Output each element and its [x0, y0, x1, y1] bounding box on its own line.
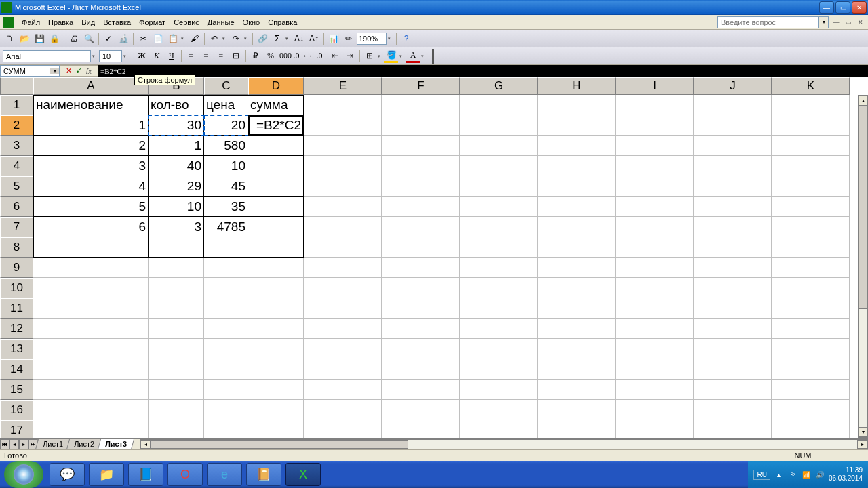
cell-D15[interactable]	[248, 380, 304, 400]
cell-J9[interactable]	[694, 258, 772, 278]
col-header-I[interactable]: I	[616, 77, 694, 95]
cell-D5[interactable]	[248, 176, 304, 197]
cell-F15[interactable]	[382, 380, 460, 400]
cell-K3[interactable]	[772, 136, 850, 156]
cell-C12[interactable]	[204, 319, 248, 339]
cell-D11[interactable]	[248, 298, 304, 319]
cell-J15[interactable]	[694, 380, 772, 400]
cell-F7[interactable]	[382, 217, 460, 237]
cell-F3[interactable]	[382, 136, 460, 156]
cell-J3[interactable]	[694, 136, 772, 156]
scroll-down-button[interactable]: ▾	[859, 427, 867, 437]
cell-J6[interactable]	[694, 197, 772, 217]
font-color-button[interactable]: A	[406, 49, 420, 63]
vscroll-track[interactable]	[859, 106, 867, 427]
cell-C16[interactable]	[204, 400, 248, 420]
cell-B4[interactable]: 40	[149, 156, 204, 176]
cell-B16[interactable]	[149, 400, 204, 420]
cell-G15[interactable]	[460, 380, 538, 400]
increase-decimal-button[interactable]: .0→	[294, 49, 307, 63]
row-header-5[interactable]: 5	[0, 176, 33, 197]
cell-K8[interactable]	[772, 237, 850, 258]
cell-F8[interactable]	[382, 237, 460, 258]
borders-drop[interactable]: ▾	[378, 54, 383, 59]
cell-A4[interactable]: 3	[33, 156, 149, 176]
col-header-H[interactable]: H	[538, 77, 616, 95]
cell-J16[interactable]	[694, 400, 772, 420]
cell-F9[interactable]	[382, 258, 460, 278]
cell-E12[interactable]	[304, 319, 382, 339]
cell-H14[interactable]	[538, 359, 616, 380]
format-painter-button[interactable]: 🖌	[188, 32, 201, 45]
cell-B9[interactable]	[149, 258, 204, 278]
cell-C5[interactable]: 45	[204, 176, 248, 197]
row-header-15[interactable]: 15	[0, 380, 33, 400]
undo-drop[interactable]: ▾	[222, 36, 228, 41]
col-header-J[interactable]: J	[694, 77, 772, 95]
row-header-9[interactable]: 9	[0, 258, 33, 278]
cell-K17[interactable]	[772, 420, 850, 438]
cell-E14[interactable]	[304, 359, 382, 380]
tray-volume-icon[interactable]: 🔊	[815, 470, 825, 479]
cell-E5[interactable]	[304, 176, 382, 197]
cell-I2[interactable]	[616, 115, 694, 136]
cell-D1[interactable]: сумма	[248, 95, 304, 115]
row-header-10[interactable]: 10	[0, 278, 33, 298]
cell-J17[interactable]	[694, 420, 772, 438]
cell-I6[interactable]	[616, 197, 694, 217]
cell-E9[interactable]	[304, 258, 382, 278]
paste-drop[interactable]: ▾	[181, 36, 186, 41]
cell-H5[interactable]	[538, 176, 616, 197]
cell-B17[interactable]	[149, 420, 204, 438]
cell-C7[interactable]: 4785	[204, 217, 248, 237]
col-header-K[interactable]: K	[772, 77, 850, 95]
tray-clock[interactable]: 11:39 06.03.2014	[829, 466, 863, 483]
cell-G4[interactable]	[460, 156, 538, 176]
cell-B8[interactable]	[149, 237, 204, 258]
cell-F6[interactable]	[382, 197, 460, 217]
cell-D8[interactable]	[248, 237, 304, 258]
cell-K15[interactable]	[772, 380, 850, 400]
col-header-G[interactable]: G	[460, 77, 538, 95]
cell-G13[interactable]	[460, 339, 538, 359]
cell-A17[interactable]	[33, 420, 149, 438]
cell-K13[interactable]	[772, 339, 850, 359]
cell-A14[interactable]	[33, 359, 149, 380]
menu-файл[interactable]: Файл	[18, 17, 44, 28]
scroll-left-button[interactable]: ◂	[140, 440, 151, 449]
row-header-12[interactable]: 12	[0, 319, 33, 339]
row-header-13[interactable]: 13	[0, 339, 33, 359]
row-header-7[interactable]: 7	[0, 217, 33, 237]
tab-nav-prev[interactable]: ◂	[9, 439, 19, 449]
cell-D6[interactable]	[248, 197, 304, 217]
scroll-up-button[interactable]: ▴	[859, 96, 867, 106]
cell-B6[interactable]: 10	[149, 197, 204, 217]
cell-J10[interactable]	[694, 278, 772, 298]
cell-G16[interactable]	[460, 400, 538, 420]
save-button[interactable]: 💾	[33, 32, 46, 45]
cell-G9[interactable]	[460, 258, 538, 278]
cell-A7[interactable]: 6	[33, 217, 149, 237]
cell-G17[interactable]	[460, 420, 538, 438]
cell-I8[interactable]	[616, 237, 694, 258]
cell-G8[interactable]	[460, 237, 538, 258]
cell-A6[interactable]: 5	[33, 197, 149, 217]
cell-G3[interactable]	[460, 136, 538, 156]
mdi-close-button[interactable]: ✕	[856, 18, 865, 27]
cell-E3[interactable]	[304, 136, 382, 156]
cell-A8[interactable]	[33, 237, 149, 258]
taskbar-ie[interactable]: e	[207, 463, 242, 486]
cell-C17[interactable]	[204, 420, 248, 438]
cell-F11[interactable]	[382, 298, 460, 319]
menu-сервис[interactable]: Сервис	[170, 17, 203, 28]
cell-J5[interactable]	[694, 176, 772, 197]
cell-A13[interactable]	[33, 339, 149, 359]
cell-J7[interactable]	[694, 217, 772, 237]
cell-A2[interactable]: 1	[33, 115, 149, 136]
cell-F5[interactable]	[382, 176, 460, 197]
menu-данные[interactable]: Данные	[203, 17, 239, 28]
cell-D9[interactable]	[248, 258, 304, 278]
increase-indent-button[interactable]: ⇥	[343, 49, 357, 63]
taskbar-opera[interactable]: O	[167, 463, 203, 486]
cell-C8[interactable]	[204, 237, 248, 258]
